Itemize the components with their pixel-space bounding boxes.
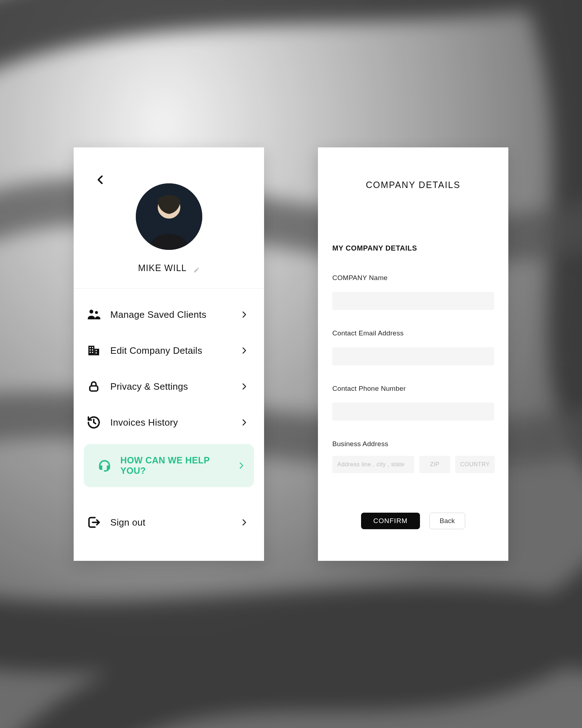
menu-item-label: Manage Saved Clients — [110, 309, 240, 320]
svg-rect-6 — [94, 349, 99, 355]
zip-input[interactable] — [419, 456, 450, 473]
chevron-right-icon — [237, 462, 245, 470]
menu-item-help[interactable]: HOW CAN WE HELP YOU? — [84, 444, 254, 487]
label-phone: Contact Phone Number — [332, 385, 494, 393]
address-line-input[interactable] — [332, 456, 414, 473]
label-email: Contact Email Address — [332, 329, 494, 337]
menu-item-edit-company[interactable]: Edit Company Details — [84, 333, 254, 368]
menu-item-label: Privacy & Settings — [110, 381, 240, 392]
section-title: MY COMPANY DETAILS — [318, 190, 508, 252]
profile-screen: MIKE WILL Manage Saved Clients — [74, 147, 264, 561]
label-company-name: COMPANY Name — [332, 274, 494, 282]
edit-name-button[interactable] — [193, 265, 200, 271]
company-details-screen: COMPANY DETAILS MY COMPANY DETAILS COMPA… — [318, 147, 508, 561]
chevron-right-icon — [240, 347, 248, 354]
svg-rect-15 — [90, 386, 98, 391]
headset-icon — [97, 458, 112, 473]
menu-item-signout[interactable]: Sign out — [84, 504, 254, 540]
company-name-input[interactable] — [332, 292, 494, 310]
confirm-button[interactable]: CONFIRM — [361, 513, 420, 529]
chevron-left-icon — [95, 174, 106, 185]
chevron-right-icon — [240, 418, 248, 426]
svg-rect-8 — [92, 347, 93, 348]
back-button-form[interactable]: Back — [429, 513, 465, 529]
menu-item-invoices[interactable]: Invoices History — [84, 404, 254, 440]
avatar — [136, 183, 202, 250]
signout-icon — [85, 514, 102, 531]
menu-item-label: Sign out — [110, 517, 240, 528]
menu-item-label: HOW CAN WE HELP YOU? — [120, 455, 237, 476]
history-icon — [85, 414, 102, 431]
contact-phone-input[interactable] — [332, 403, 494, 421]
chevron-right-icon — [240, 518, 248, 526]
building-icon — [85, 342, 102, 359]
svg-rect-9 — [89, 349, 91, 351]
svg-rect-12 — [92, 352, 93, 353]
menu-item-manage-clients[interactable]: Manage Saved Clients — [84, 297, 254, 333]
svg-rect-7 — [89, 347, 91, 348]
profile-name: MIKE WILL — [138, 263, 186, 273]
contact-email-input[interactable] — [332, 347, 494, 365]
svg-point-3 — [89, 310, 93, 313]
svg-rect-5 — [88, 346, 94, 356]
back-button[interactable] — [93, 173, 108, 187]
menu-item-label: Edit Company Details — [110, 345, 240, 356]
chevron-right-icon — [240, 383, 248, 390]
country-input[interactable] — [455, 456, 495, 473]
svg-rect-13 — [96, 350, 97, 351]
svg-rect-14 — [96, 352, 97, 353]
svg-point-4 — [95, 311, 98, 314]
menu-item-privacy[interactable]: Privacy & Settings — [84, 368, 254, 404]
page-title: COMPANY DETAILS — [318, 147, 508, 190]
pencil-icon — [193, 267, 200, 273]
chevron-right-icon — [240, 311, 248, 319]
svg-rect-11 — [89, 352, 91, 353]
users-icon — [85, 306, 102, 323]
lock-icon — [85, 378, 102, 395]
svg-rect-10 — [92, 349, 93, 351]
menu-item-label: Invoices History — [110, 417, 240, 428]
label-address: Business Address — [332, 440, 494, 448]
